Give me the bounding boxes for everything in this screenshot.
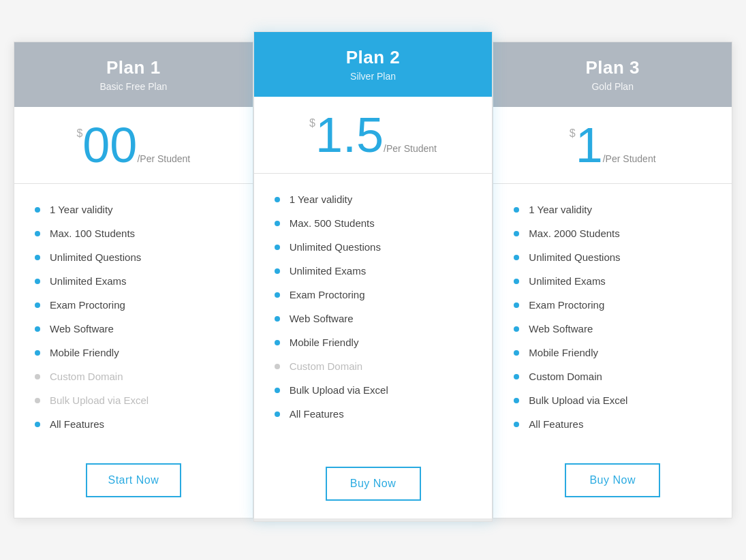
feature-label: All Features — [50, 418, 104, 430]
plan-header-plan3: Plan 3Gold Plan — [493, 42, 732, 107]
feature-label: Custom Domain — [290, 360, 363, 372]
feature-label: Bulk Upload via Excel — [529, 394, 627, 406]
plan-cta-button-plan1[interactable]: Start Now — [86, 463, 181, 497]
feature-label: Unlimited Exams — [50, 275, 127, 287]
feature-dot — [35, 398, 40, 403]
plan-subtitle-plan2: Silver Plan — [261, 71, 486, 82]
feature-dot — [35, 374, 40, 379]
feature-dot — [35, 302, 40, 308]
feature-item: Unlimited Exams — [514, 269, 711, 293]
feature-dot — [275, 340, 280, 345]
feature-item: All Features — [35, 412, 232, 436]
plan-footer-plan1: Start Now — [14, 450, 253, 518]
plan-footer-plan2: Buy Now — [254, 453, 493, 521]
feature-dot — [275, 316, 280, 322]
feature-dot — [275, 411, 280, 417]
feature-dot — [275, 292, 280, 298]
feature-dot — [514, 279, 519, 284]
feature-label: Unlimited Questions — [529, 251, 620, 263]
feature-item: Custom Domain — [514, 364, 711, 388]
feature-item: Unlimited Questions — [35, 245, 232, 269]
feature-dot — [514, 374, 519, 379]
feature-label: 1 Year validity — [529, 204, 592, 215]
feature-item: Unlimited Questions — [275, 235, 472, 259]
plan-price-plan1: $00/Per Student — [14, 107, 253, 184]
feature-item: Web Software — [275, 307, 472, 330]
plan-features-plan2: 1 Year validityMax. 500 StudentsUnlimite… — [254, 174, 493, 453]
plan-name-plan1: Plan 1 — [21, 57, 246, 78]
price-dollar-plan1: $ — [76, 127, 82, 140]
plan-plan2: Plan 2Silver Plan$1.5/Per Student1 Year … — [253, 31, 493, 522]
feature-label: Web Software — [529, 323, 593, 335]
feature-dot — [514, 302, 519, 308]
plan-name-plan2: Plan 2 — [261, 47, 486, 68]
feature-item: Bulk Upload via Excel — [275, 378, 472, 402]
feature-item: 1 Year validity — [514, 198, 711, 221]
feature-label: Exam Proctoring — [50, 299, 125, 311]
feature-dot — [514, 207, 519, 213]
feature-label: Web Software — [50, 323, 114, 335]
feature-item: Exam Proctoring — [275, 283, 472, 307]
feature-dot — [35, 279, 40, 284]
plan-plan3: Plan 3Gold Plan$1/Per Student1 Year vali… — [493, 42, 732, 518]
feature-label: Unlimited Questions — [290, 241, 381, 253]
feature-item: Web Software — [514, 317, 711, 341]
feature-item: Bulk Upload via Excel — [514, 388, 711, 412]
feature-item: Mobile Friendly — [35, 341, 232, 364]
feature-label: Web Software — [290, 313, 354, 324]
feature-label: Max. 500 Students — [290, 217, 375, 229]
feature-dot — [514, 350, 519, 356]
feature-item: Custom Domain — [275, 354, 472, 378]
price-per-plan2: /Per Student — [384, 143, 437, 154]
feature-item: Unlimited Exams — [275, 259, 472, 283]
feature-label: All Features — [290, 408, 344, 420]
feature-item: Exam Proctoring — [35, 293, 232, 317]
feature-dot — [275, 197, 280, 202]
feature-item: Exam Proctoring — [514, 293, 711, 317]
feature-item: Mobile Friendly — [275, 330, 472, 354]
feature-dot — [514, 231, 519, 236]
feature-item: All Features — [514, 412, 711, 436]
feature-dot — [275, 245, 280, 250]
price-amount-plan1: 00 — [82, 121, 137, 170]
feature-dot — [514, 398, 519, 403]
feature-item: 1 Year validity — [35, 198, 232, 221]
plan-subtitle-plan1: Basic Free Plan — [21, 81, 246, 92]
feature-dot — [514, 422, 519, 427]
feature-label: Mobile Friendly — [529, 347, 598, 358]
price-per-plan3: /Per Student — [603, 153, 656, 164]
feature-label: All Features — [529, 418, 583, 430]
feature-dot — [275, 364, 280, 369]
feature-dot — [514, 326, 519, 332]
feature-item: Unlimited Questions — [514, 245, 711, 269]
feature-item: Max. 2000 Students — [514, 221, 711, 245]
feature-label: Mobile Friendly — [50, 347, 119, 358]
feature-label: 1 Year validity — [50, 204, 113, 215]
feature-label: Custom Domain — [529, 371, 602, 382]
feature-dot — [35, 207, 40, 213]
price-dollar-plan2: $ — [309, 117, 315, 129]
feature-label: Mobile Friendly — [290, 337, 359, 348]
plan-plan1: Plan 1Basic Free Plan$00/Per Student1 Ye… — [14, 42, 253, 518]
feature-item: Web Software — [35, 317, 232, 341]
feature-label: Bulk Upload via Excel — [50, 394, 149, 406]
feature-label: 1 Year validity — [290, 193, 353, 205]
price-amount-plan3: 1 — [576, 121, 603, 170]
feature-label: Custom Domain — [50, 371, 123, 382]
plan-cta-button-plan2[interactable]: Buy Now — [326, 467, 421, 501]
plan-cta-button-plan3[interactable]: Buy Now — [565, 463, 660, 497]
feature-item: Bulk Upload via Excel — [35, 388, 232, 412]
plan-price-plan2: $1.5/Per Student — [254, 97, 493, 174]
feature-label: Unlimited Exams — [529, 275, 606, 287]
plan-header-plan2: Plan 2Silver Plan — [254, 32, 493, 97]
feature-label: Exam Proctoring — [290, 289, 365, 300]
price-amount-plan2: 1.5 — [315, 110, 384, 159]
plan-header-plan1: Plan 1Basic Free Plan — [14, 42, 253, 107]
pricing-table: Plan 1Basic Free Plan$00/Per Student1 Ye… — [14, 42, 732, 518]
plan-subtitle-plan3: Gold Plan — [500, 81, 725, 92]
feature-dot — [514, 255, 519, 260]
feature-dot — [35, 326, 40, 332]
feature-dot — [35, 255, 40, 260]
plan-footer-plan3: Buy Now — [493, 450, 732, 518]
feature-dot — [275, 388, 280, 393]
